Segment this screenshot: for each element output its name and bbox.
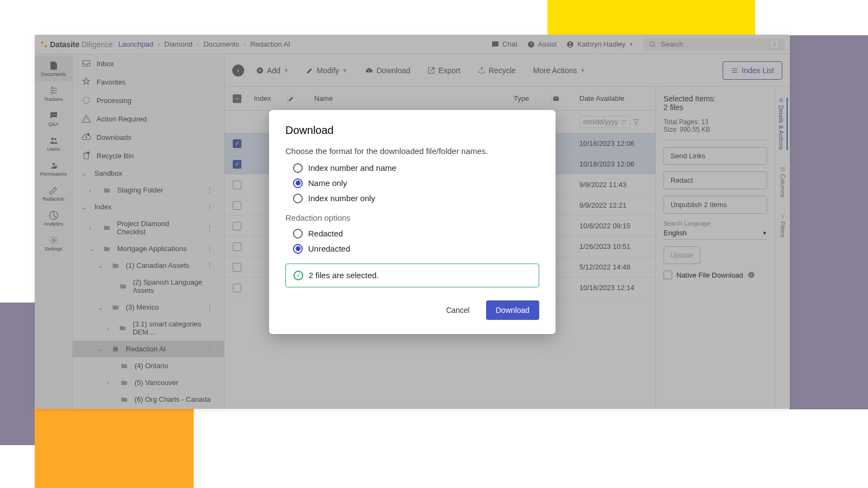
radio-index-only[interactable]: Index number only [293, 194, 539, 203]
radio-unredacted[interactable]: Unredacted [293, 244, 539, 254]
cancel-button[interactable]: Cancel [436, 300, 480, 320]
bg-orange [35, 408, 194, 488]
download-confirm-button[interactable]: Download [486, 300, 539, 320]
radio-index-and-name[interactable]: Index number and name [293, 163, 539, 173]
bg-yellow [547, 0, 755, 35]
radio-redacted[interactable]: Redacted [293, 229, 539, 239]
app-window: DatasiteDiligence Launchpad › Diamond › … [35, 35, 790, 409]
redaction-label: Redaction options [285, 213, 539, 222]
download-modal: Download Choose the format for the downl… [269, 110, 556, 334]
redaction-radio-group: Redacted Unredacted [285, 229, 539, 254]
format-radio-group: Index number and name Name only Index nu… [285, 163, 539, 203]
bg-gray-left [0, 303, 35, 445]
radio-name-only[interactable]: Name only [293, 178, 539, 188]
modal-overlay[interactable]: Download Choose the format for the downl… [35, 35, 790, 409]
modal-title: Download [285, 124, 539, 137]
modal-subtitle: Choose the format for the downloaded fil… [285, 146, 539, 156]
bg-gray-right [789, 35, 868, 409]
status-banner: ✓ 2 files are selected. [285, 264, 539, 287]
check-circle-icon: ✓ [293, 271, 303, 280]
